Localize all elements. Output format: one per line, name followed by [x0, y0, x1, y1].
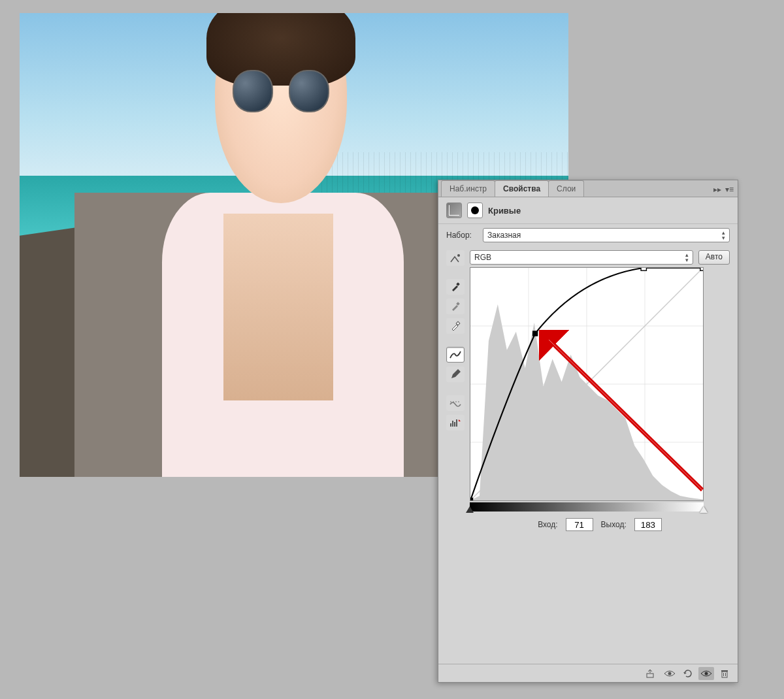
- tab-layers[interactable]: Слои: [548, 180, 584, 197]
- curve-point-hi[interactable]: [641, 268, 646, 270]
- adjustment-header: Кривые: [438, 197, 738, 224]
- input-value-field[interactable]: [566, 518, 593, 531]
- panel-footer: [438, 664, 738, 682]
- svg-rect-6: [454, 422, 455, 427]
- panel-tabs: Наб.инстр Свойства Слои ▸▸ ▾≡: [438, 180, 738, 197]
- histogram-clip-icon[interactable]: [446, 415, 465, 431]
- input-label: Вход:: [538, 520, 557, 529]
- target-adjust-icon[interactable]: [446, 250, 465, 266]
- black-point-handle[interactable]: [466, 506, 474, 513]
- curves-graph[interactable]: [470, 267, 704, 501]
- reset-default-icon[interactable]: [698, 667, 714, 680]
- properties-panel: Наб.инстр Свойства Слои ▸▸ ▾≡ Кривые Наб…: [438, 180, 738, 683]
- preset-select[interactable]: Заказная ▴▾: [483, 228, 730, 242]
- svg-rect-20: [722, 672, 727, 677]
- auto-button[interactable]: Авто: [698, 250, 730, 265]
- channel-select[interactable]: RGB ▴▾: [470, 250, 693, 265]
- eyedropper-gray-icon[interactable]: [446, 299, 465, 314]
- dropdown-icon: ▴▾: [685, 252, 689, 263]
- svg-rect-5: [452, 421, 453, 427]
- preset-label: Набор:: [446, 231, 478, 240]
- curves-icon: [446, 203, 462, 218]
- channel-value: RGB: [474, 253, 491, 262]
- curves-tool-column: [446, 250, 465, 538]
- panel-menu-icon[interactable]: ▾≡: [725, 185, 734, 194]
- curve-point-highlight[interactable]: [700, 268, 703, 270]
- svg-rect-17: [647, 674, 653, 677]
- eyedropper-white-icon[interactable]: [446, 318, 465, 334]
- toggle-visibility-icon[interactable]: [662, 667, 678, 680]
- collapse-icon[interactable]: ▸▸: [713, 185, 721, 194]
- delete-adjustment-icon[interactable]: [717, 667, 732, 680]
- input-output-row: Вход: Выход:: [470, 512, 730, 538]
- curve-mode-icon[interactable]: [446, 347, 465, 363]
- tab-properties[interactable]: Свойства: [495, 180, 549, 197]
- mask-icon[interactable]: [467, 203, 483, 218]
- smooth-icon[interactable]: [446, 395, 465, 411]
- svg-point-18: [668, 672, 672, 675]
- output-label: Выход:: [601, 520, 627, 529]
- pencil-mode-icon[interactable]: [446, 366, 465, 382]
- dropdown-icon: ▴▾: [722, 230, 725, 240]
- tab-presets[interactable]: Наб.инстр: [441, 180, 495, 197]
- svg-rect-2: [456, 302, 460, 306]
- svg-rect-7: [456, 419, 457, 427]
- input-range-slider[interactable]: [470, 502, 704, 512]
- preset-row: Набор: Заказная ▴▾: [438, 224, 738, 246]
- svg-rect-21: [721, 670, 728, 672]
- curve-point-mid[interactable]: [532, 331, 538, 336]
- clip-to-layer-icon[interactable]: [644, 667, 659, 680]
- svg-rect-4: [450, 423, 451, 427]
- svg-point-19: [705, 672, 708, 675]
- eyedropper-black-icon[interactable]: [446, 279, 465, 295]
- output-value-field[interactable]: [634, 518, 662, 531]
- curve-point-shadow[interactable]: [470, 498, 473, 500]
- adjustment-title: Кривые: [488, 206, 521, 216]
- svg-rect-1: [456, 282, 460, 286]
- white-point-handle[interactable]: [700, 506, 708, 513]
- svg-point-0: [457, 254, 460, 257]
- preset-value: Заказная: [487, 231, 521, 240]
- reset-previous-icon[interactable]: [680, 667, 696, 680]
